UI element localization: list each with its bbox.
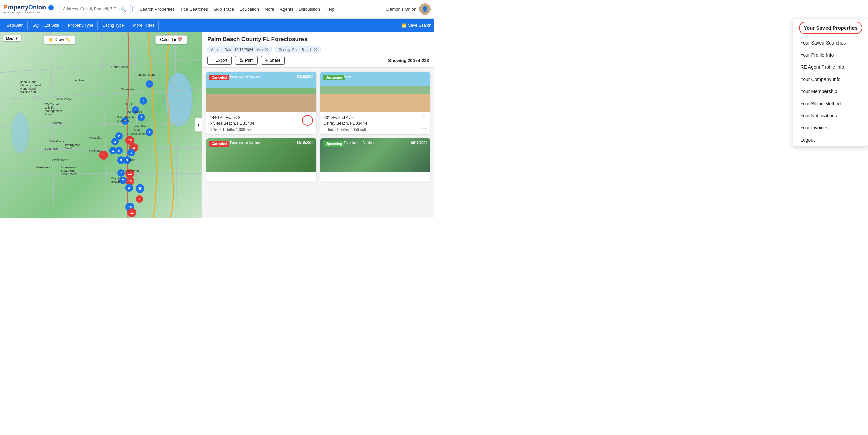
nav-discussion[interactable]: Discussion (299, 7, 320, 12)
card-date-1: 10/16/2024 (296, 75, 313, 78)
filter-property-type[interactable]: Property Type (64, 21, 97, 30)
property-card-3[interactable]: Canceled Foreclosure Auction 10/16/2024 (206, 138, 316, 182)
map-label-indiantown: Indiantown (71, 79, 86, 82)
export-icon: ↑ (212, 58, 214, 63)
cards-grid: Canceled Foreclosure Auction 10/16/2024 … (202, 68, 434, 186)
map-pin[interactable]: 7 (119, 177, 127, 184)
map-label-sixmile-bend: Sixmile Bend (51, 158, 68, 162)
map-label-riviera-beach: Riviera Beach (127, 132, 146, 136)
filter-sqft-lot[interactable]: SQFT/Lot Size (28, 21, 63, 30)
card-image-4: Upcoming Foreclosure Auction 10/16/2024 (320, 138, 430, 172)
calendar-button[interactable]: Calendar 📅 (155, 35, 187, 44)
search-input[interactable] (63, 7, 120, 11)
remove-filter-county[interactable]: ✕ (314, 47, 317, 52)
card-address-1: 1440 Ac Evans St, Riviera Beach, FL 3340… (210, 115, 313, 126)
map-pin[interactable]: 2 (146, 128, 153, 136)
svg-point-0 (165, 72, 192, 126)
remove-filter-auction[interactable]: ✕ (265, 47, 268, 52)
header: PropertyOnion Back the Layers of Real Es… (0, 0, 434, 19)
card-status-badge-3: Canceled (209, 141, 229, 147)
property-card-4[interactable]: Upcoming Foreclosure Auction 10/16/2024 (320, 138, 430, 182)
draw-icon: ✋ (48, 37, 53, 42)
nav-title-searches[interactable]: Title Searches (180, 7, 208, 12)
map-pin[interactable]: 7 (136, 195, 143, 203)
map-pin[interactable]: 2 (121, 117, 129, 125)
share-icon: ⎋ (265, 58, 268, 63)
filter-chip-county[interactable]: County: Palm Beach ✕ (275, 46, 321, 53)
card-address-2: 901 Sw 2nd Ave, Delray Beach, FL 33444 (324, 115, 427, 126)
filter-bar: Bed/Bath SQFT/Lot Size Property Type Lis… (0, 19, 434, 32)
map-label-jupiter-island: Jupiter Island (138, 73, 156, 76)
calendar-icon: 📅 (178, 37, 183, 42)
draw-button[interactable]: ✋ Draw ✏️ (44, 35, 75, 44)
map-pin[interactable]: 2 (138, 114, 145, 121)
map-pin[interactable]: 15 (99, 151, 108, 160)
map-type-selector[interactable]: Map ▼ (3, 35, 21, 41)
user-name: Damon's Onion (386, 7, 416, 12)
filter-listing-type[interactable]: Listing Type (98, 21, 128, 30)
map-label-belle-glade: Belle Glade (49, 140, 64, 143)
map-pin[interactable]: 2 (140, 97, 147, 105)
properties-title: Palm Beach County FL Foreclosures (207, 36, 429, 43)
map-type-label: Map (6, 36, 13, 40)
card-date-3: 10/16/2024 (296, 141, 313, 145)
nav-education[interactable]: Education (239, 7, 259, 12)
card-date-4: 10/16/2024 (410, 141, 427, 145)
map-label-tequesta: Tequesta (121, 88, 134, 91)
card-image-3: Canceled Foreclosure Auction 10/16/2024 (206, 138, 316, 172)
search-icon[interactable]: 🔍 (120, 6, 126, 12)
favorite-button-2[interactable]: ♡ (421, 115, 427, 122)
map-label-okeelanta: Okeelanta (36, 166, 50, 169)
svg-point-1 (12, 113, 29, 153)
card-info-1: 1440 Ac Evans St, Riviera Beach, FL 3340… (206, 112, 316, 134)
map-pin[interactable]: 8 (125, 184, 133, 192)
save-icon: 🗂️ (401, 23, 406, 28)
search-bar[interactable]: 🔍 (59, 5, 133, 13)
map-label-port-mayaca: Port Mayaca (55, 97, 72, 100)
nav-skip-trace[interactable]: Skip Trace (213, 7, 234, 12)
map-pin[interactable]: 7 (117, 169, 125, 177)
property-card-1[interactable]: Canceled Foreclosure Auction 10/16/2024 … (206, 72, 316, 134)
map-collapse-button[interactable]: ‹ (195, 118, 202, 132)
nav-agents[interactable]: Agents (280, 7, 293, 12)
map-pin[interactable]: 2 (132, 106, 139, 114)
map-pin[interactable]: 88 (136, 184, 144, 193)
filter-bed-bath[interactable]: Bed/Bath (3, 21, 28, 30)
nav-help[interactable]: Help (325, 7, 335, 12)
card-info-2: 901 Sw 2nd Ave, Delray Beach, FL 33444 3… (320, 112, 430, 134)
save-search-button[interactable]: 🗂️ Save Search (401, 23, 431, 28)
showing-count: Showing 200 of 223 (388, 58, 429, 63)
properties-panel: Palm Beach County FL Foreclosures Auctio… (202, 32, 434, 218)
map-label-jwcorbett: JW CorbettWildlifeManagementArea (45, 103, 62, 116)
nav-search-properties[interactable]: Search Properties (140, 7, 175, 12)
filter-more[interactable]: More Filters (129, 21, 158, 30)
map-pin[interactable]: 5 (117, 156, 125, 164)
map-label-pahokee: Pahokee (51, 121, 63, 124)
export-button[interactable]: ↑ Export (207, 56, 232, 65)
pencil-icon: ✏️ (65, 37, 70, 42)
map-pin[interactable]: 2 (146, 80, 153, 88)
logo[interactable]: PropertyOnion (3, 4, 54, 11)
favorite-button-1[interactable]: ♡ (302, 115, 313, 126)
map-pin[interactable]: 11 (127, 208, 136, 217)
filter-chip-auction-date[interactable]: Auction Date: 10/16/2024 - Max ✕ (207, 46, 272, 53)
map-label-jupiter: Jupit... (125, 103, 135, 106)
property-card-2[interactable]: Upcoming Fore... 901 Sw 2nd Ave, Delray … (320, 72, 430, 134)
svg-line-5 (0, 148, 202, 150)
print-icon: 🖶 (239, 58, 243, 63)
map-pin[interactable]: 2 (109, 147, 117, 154)
svg-line-11 (175, 32, 177, 218)
properties-header: Palm Beach County FL Foreclosures Auctio… (202, 32, 434, 68)
map-area[interactable]: 215222222181695552271219788871011 Indian… (0, 32, 202, 218)
user-menu[interactable]: Damon's Onion 👤 (386, 3, 431, 15)
share-button[interactable]: ⎋ Share (261, 56, 285, 65)
user-avatar[interactable]: 👤 (419, 3, 431, 15)
main-content: 215222222181695552271219788871011 Indian… (0, 32, 434, 218)
map-pin[interactable]: 2 (111, 138, 119, 145)
svg-line-12 (51, 32, 54, 218)
more-options-button-2[interactable]: ⋯ (421, 125, 427, 132)
nav-more[interactable]: More (264, 7, 274, 12)
card-auction-type-2: Fore... (344, 75, 354, 78)
map-pin[interactable]: 9 (127, 149, 135, 156)
print-button[interactable]: 🖶 Print (235, 56, 258, 65)
